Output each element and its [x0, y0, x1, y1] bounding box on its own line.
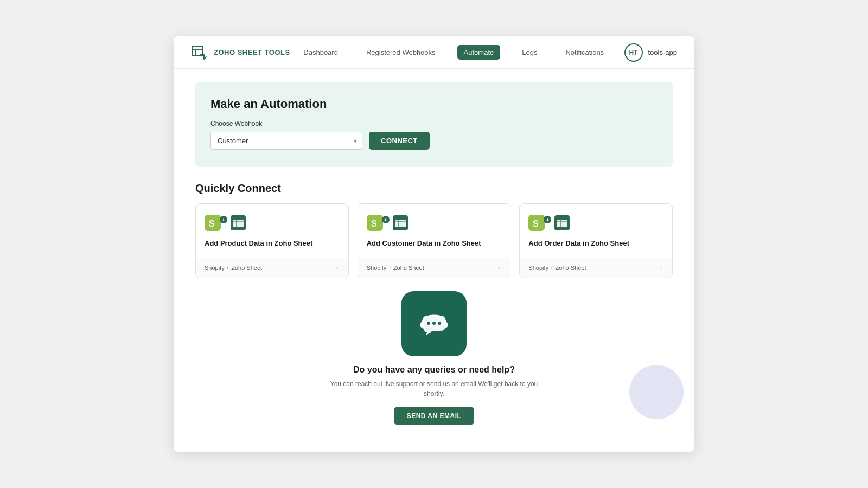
send-email-button[interactable]: SEND AN EMAIL — [394, 407, 475, 425]
card-customer-title: Add Customer Data in Zoho Sheet — [367, 239, 502, 248]
svg-point-22 — [427, 322, 430, 325]
support-title: Do you have any queries or need help? — [320, 365, 548, 375]
automation-title: Make an Automation — [210, 97, 658, 111]
user-area: HT tools-app — [624, 43, 677, 62]
connect-button[interactable]: CONNECT — [369, 132, 430, 150]
shopify-icon-3: S — [528, 215, 545, 231]
support-icon — [415, 305, 453, 343]
webhook-select[interactable]: Customer Order Product — [210, 132, 362, 150]
zoho-sheet-icon-2 — [393, 215, 408, 230]
main-content: Make an Automation Choose Webhook Custom… — [174, 69, 694, 451]
logo-area: ZOHO SHEET TOOLS — [191, 44, 290, 61]
webhook-label: Choose Webhook — [210, 120, 658, 127]
select-wrapper: Customer Order Product — [210, 132, 362, 150]
svg-rect-26 — [444, 322, 448, 328]
svg-point-24 — [438, 322, 441, 325]
card-order-footer-text: Shopify + Zoho Sheet — [528, 265, 586, 271]
nav-dashboard[interactable]: Dashboard — [297, 45, 344, 60]
card-customer: S + Add Customer Data in Zoho Sheet Shop — [358, 203, 511, 278]
card-customer-icons: S + — [367, 215, 502, 231]
card-product-title: Add Product Data in Zoho Sheet — [205, 239, 340, 248]
support-description: You can reach out live support or send u… — [320, 379, 548, 399]
nav-logs[interactable]: Logs — [515, 45, 544, 60]
username: tools-app — [648, 48, 677, 56]
cards-row: S + Add Product Data in Zoho Sheet — [195, 203, 673, 278]
decorative-circle — [629, 365, 684, 419]
svg-text:S: S — [533, 219, 539, 228]
plus-badge-3: + — [544, 216, 551, 223]
card-product-icons: S + — [205, 215, 340, 231]
card-customer-arrow: → — [494, 264, 501, 272]
card-product-arrow: → — [332, 264, 340, 272]
avatar: HT — [624, 43, 643, 62]
logo-icon — [191, 44, 208, 61]
card-order-title: Add Order Data in Zoho Sheet — [528, 239, 663, 248]
card-customer-body: S + Add Customer Data in Zoho Sheet — [358, 204, 510, 257]
zoho-sheet-icon-3 — [554, 215, 570, 230]
shopify-icon-2: S — [367, 215, 383, 231]
svg-text:S: S — [371, 219, 377, 228]
nav-registered-webhooks[interactable]: Registered Webhooks — [360, 45, 442, 60]
svg-point-23 — [432, 322, 436, 325]
automation-section: Make an Automation Choose Webhook Custom… — [195, 82, 673, 167]
plus-badge-1: + — [220, 216, 227, 223]
card-product-footer[interactable]: Shopify + Zoho Sheet → — [196, 258, 348, 278]
app-window: ZOHO SHEET TOOLS Dashboard Registered We… — [174, 36, 694, 451]
card-product: S + Add Product Data in Zoho Sheet — [195, 203, 349, 278]
shopify-icon: S — [205, 215, 221, 231]
header: ZOHO SHEET TOOLS Dashboard Registered We… — [174, 36, 694, 69]
webhook-row: Customer Order Product CONNECT — [210, 132, 658, 150]
card-product-footer-text: Shopify + Zoho Sheet — [205, 265, 262, 271]
support-icon-wrapper — [401, 291, 467, 356]
card-order-icons: S + — [528, 215, 663, 231]
card-product-body: S + Add Product Data in Zoho Sheet — [196, 204, 348, 257]
svg-rect-18 — [557, 220, 567, 227]
plus-badge-2: + — [382, 216, 390, 223]
card-order-body: S + Add Order Data in Zoho Sheet — [520, 204, 672, 257]
svg-rect-6 — [233, 220, 244, 227]
card-order: S + Add Order Data in Zoho Sheet Shopify — [519, 203, 673, 278]
main-nav: Dashboard Registered Webhooks Automate L… — [297, 45, 610, 60]
svg-rect-12 — [395, 220, 406, 227]
quickly-connect-title: Quickly Connect — [195, 182, 673, 195]
nav-automate[interactable]: Automate — [457, 45, 501, 60]
zoho-sheet-icon — [231, 215, 246, 230]
svg-text:S: S — [209, 219, 215, 228]
card-customer-footer-text: Shopify + Zoho Sheet — [367, 265, 424, 271]
svg-rect-25 — [420, 322, 424, 328]
card-order-footer[interactable]: Shopify + Zoho Sheet → — [520, 258, 672, 278]
card-order-arrow: → — [656, 264, 663, 272]
nav-notifications[interactable]: Notifications — [559, 45, 610, 60]
card-customer-footer[interactable]: Shopify + Zoho Sheet → — [358, 258, 510, 278]
logo-text: ZOHO SHEET TOOLS — [214, 48, 290, 56]
support-card: Do you have any queries or need help? Yo… — [320, 291, 548, 425]
